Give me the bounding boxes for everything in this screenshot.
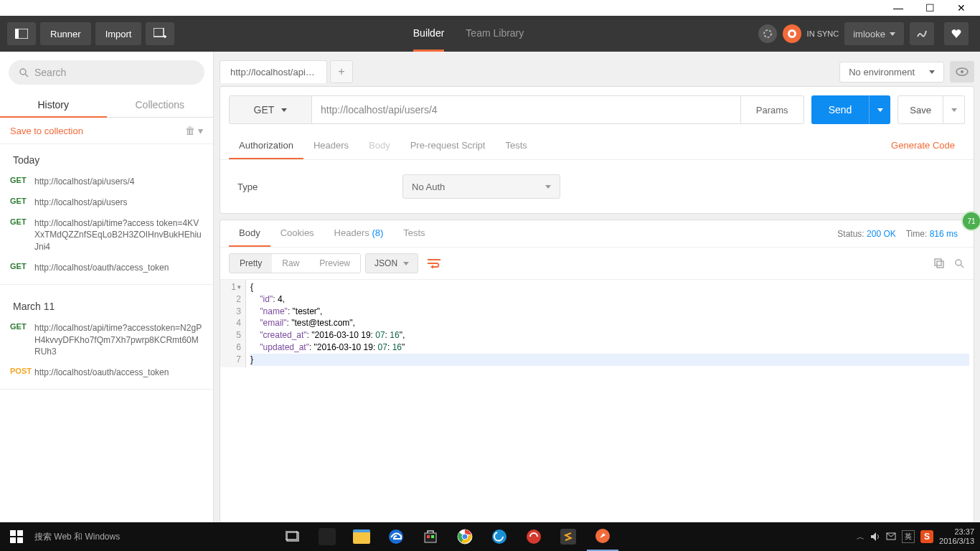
auth-type-select[interactable]: No Auth — [402, 174, 560, 199]
maximize-button[interactable]: ☐ — [914, 0, 946, 16]
history-item[interactable]: GEThttp://localhost/api/users/4 — [0, 171, 213, 192]
content-area: http://localhost/api/user + No environme… — [214, 52, 980, 522]
volume-icon[interactable] — [870, 532, 880, 542]
tab-tests[interactable]: Tests — [495, 133, 537, 159]
tab-team-library[interactable]: Team Library — [466, 16, 524, 52]
history-method: POST — [10, 367, 34, 379]
resp-tab-headers[interactable]: Headers (8) — [324, 220, 394, 247]
format-select[interactable]: JSON — [365, 253, 418, 273]
save-dropdown[interactable] — [943, 95, 965, 124]
add-tab-button[interactable]: + — [330, 60, 353, 83]
resp-tab-body[interactable]: Body — [229, 220, 270, 247]
history-method: GET — [10, 197, 34, 209]
svg-point-34 — [527, 529, 541, 544]
wrap-lines-button[interactable] — [423, 253, 446, 273]
save-to-collection-link[interactable]: Save to collection — [10, 126, 83, 136]
search-placeholder: Search — [34, 67, 66, 78]
app-icon-3[interactable] — [518, 522, 550, 551]
ime-indicator[interactable]: 英 — [902, 530, 915, 543]
svg-point-8 — [20, 69, 26, 75]
environment-preview-button[interactable] — [950, 61, 974, 83]
response-body[interactable]: 1▾234567 { "id": 4, "name": "tester", "e… — [220, 280, 974, 367]
explorer-icon[interactable] — [346, 522, 377, 551]
chevron-down-icon — [890, 32, 895, 36]
heart-button[interactable] — [944, 22, 969, 45]
svg-rect-26 — [425, 533, 436, 542]
copy-icon[interactable] — [933, 258, 945, 269]
history-item[interactable]: POSThttp://localhost/oauth/access_token — [0, 362, 213, 383]
settings-button[interactable] — [910, 22, 934, 45]
edge-icon[interactable] — [380, 522, 412, 551]
svg-line-18 — [961, 265, 963, 268]
history-item[interactable]: GEThttp://localhost/api/time?accesstoken… — [0, 318, 213, 362]
svg-rect-15 — [935, 259, 941, 265]
history-url: http://localhost/api/time?accesstoken=N2… — [34, 322, 203, 358]
svg-rect-27 — [427, 535, 430, 538]
notification-icon[interactable] — [886, 532, 896, 542]
notification-badge[interactable]: 71 — [961, 211, 980, 231]
app-icon-2[interactable] — [484, 522, 515, 551]
environment-select[interactable]: No environment — [839, 62, 944, 83]
send-button[interactable]: Send — [811, 95, 870, 124]
method-select[interactable]: GET — [229, 95, 312, 124]
svg-rect-21 — [10, 537, 16, 543]
tab-prerequest[interactable]: Pre-request Script — [400, 133, 496, 159]
resp-tab-cookies[interactable]: Cookies — [270, 220, 324, 247]
tab-builder[interactable]: Builder — [413, 16, 445, 52]
auth-type-label: Type — [237, 182, 402, 192]
chrome-icon[interactable] — [449, 522, 481, 551]
tab-history[interactable]: History — [0, 93, 107, 118]
chevron-down-icon — [929, 70, 935, 74]
resp-tab-tests[interactable]: Tests — [393, 220, 435, 247]
request-tab[interactable]: http://localhost/api/user — [220, 60, 327, 83]
save-button[interactable]: Save — [897, 95, 943, 124]
tab-headers[interactable]: Headers — [303, 133, 359, 159]
sogou-icon[interactable]: S — [920, 530, 933, 543]
taskbar-search[interactable]: 搜索 Web 和 Windows — [33, 531, 263, 543]
minimize-button[interactable]: — — [882, 0, 914, 16]
svg-line-9 — [25, 74, 28, 77]
app-icon-1[interactable] — [311, 522, 343, 551]
start-button[interactable] — [0, 522, 33, 551]
history-item[interactable]: GEThttp://localhost/api/users — [0, 192, 213, 213]
import-button[interactable]: Import — [95, 22, 142, 45]
tab-authorization[interactable]: Authorization — [229, 133, 303, 159]
view-pretty[interactable]: Pretty — [230, 254, 272, 273]
history-item[interactable]: GEThttp://localhost/oauth/access_token — [0, 258, 213, 278]
history-section-header: Today — [0, 144, 213, 171]
user-menu[interactable]: imlooke — [844, 22, 904, 45]
generate-code-link[interactable]: Generate Code — [881, 133, 965, 159]
history-url: http://localhost/oauth/access_token — [34, 367, 203, 379]
store-icon[interactable] — [415, 522, 446, 551]
history-url: http://localhost/oauth/access_token — [34, 262, 203, 274]
new-window-button[interactable] — [146, 22, 174, 45]
tab-collections[interactable]: Collections — [107, 93, 214, 118]
url-input[interactable] — [312, 95, 741, 124]
view-preview[interactable]: Preview — [309, 254, 360, 273]
runner-button[interactable]: Runner — [40, 22, 91, 45]
toggle-sidebar-button[interactable] — [7, 22, 36, 45]
sublime-icon[interactable] — [552, 522, 584, 551]
params-button[interactable]: Params — [741, 95, 804, 124]
svg-marker-14 — [430, 265, 433, 268]
postman-icon[interactable] — [587, 522, 618, 551]
trash-icon[interactable]: 🗑 ▾ — [185, 125, 203, 136]
tray-chevron-icon[interactable]: ︿ — [857, 532, 864, 542]
history-item[interactable]: GEThttp://localhost/api/time?access toke… — [0, 213, 213, 258]
close-button[interactable]: ✕ — [946, 0, 977, 16]
sync-icon[interactable] — [758, 24, 777, 43]
search-input[interactable]: Search — [9, 60, 204, 85]
history-url: http://localhost/api/users — [34, 197, 203, 209]
send-dropdown[interactable] — [869, 95, 890, 124]
svg-point-17 — [956, 260, 961, 265]
tab-body[interactable]: Body — [359, 133, 400, 159]
chevron-down-icon — [403, 262, 409, 265]
view-raw[interactable]: Raw — [272, 254, 309, 273]
search-response-icon[interactable] — [953, 258, 965, 269]
svg-rect-1 — [15, 29, 19, 39]
clock[interactable]: 23:37 2016/3/13 — [939, 527, 974, 546]
svg-point-11 — [961, 70, 963, 73]
svg-rect-19 — [10, 530, 16, 536]
task-view-icon[interactable] — [277, 522, 308, 551]
sync-solid-icon[interactable] — [783, 24, 801, 43]
